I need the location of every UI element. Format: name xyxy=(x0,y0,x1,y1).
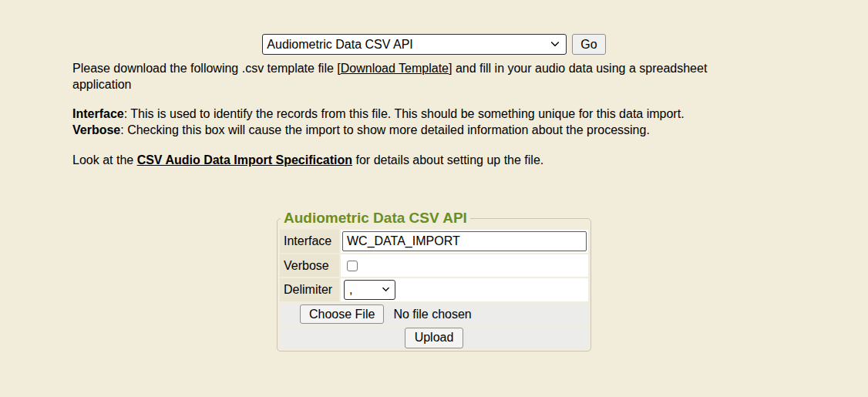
delimiter-label: Delimiter xyxy=(280,278,339,301)
interface-term: Interface xyxy=(72,107,124,120)
csv-spec-link[interactable]: CSV Audio Data Import Specification xyxy=(137,153,352,167)
go-button[interactable]: Go xyxy=(572,34,605,55)
api-select-value: Audiometric Data CSV API xyxy=(267,38,412,52)
verbose-description: : Checking this box will cause the impor… xyxy=(120,123,650,136)
delimiter-select[interactable]: , xyxy=(344,280,395,300)
main-content: Audiometric Data CSV API Go Please downl… xyxy=(72,0,796,352)
interface-row: Interface xyxy=(280,230,588,253)
verbose-checkbox[interactable] xyxy=(347,261,358,271)
interface-description: : This is used to identify the records f… xyxy=(124,107,685,120)
file-status-text: No file chosen xyxy=(393,308,471,321)
upload-row: Upload xyxy=(280,327,588,348)
api-select[interactable]: Audiometric Data CSV API xyxy=(262,34,567,55)
chevron-down-icon xyxy=(551,38,560,46)
spec-paragraph: Look at the CSV Audio Data Import Specif… xyxy=(72,152,796,168)
interface-field-cell xyxy=(341,230,588,253)
delimiter-field-cell: , xyxy=(341,278,588,301)
verbose-row: Verbose xyxy=(280,254,588,277)
upload-button[interactable]: Upload xyxy=(405,328,464,348)
intro-text-line2: application xyxy=(72,78,132,91)
intro-paragraph: Please download the following .csv templ… xyxy=(72,60,796,93)
csv-api-form: Audiometric Data CSV API Interface Verbo… xyxy=(277,210,591,352)
intro-text-before: Please download the following .csv templ… xyxy=(72,62,341,75)
delimiter-row: Delimiter , xyxy=(280,278,588,301)
choose-file-button[interactable]: Choose File xyxy=(300,304,384,324)
file-row: Choose File No file chosen xyxy=(280,303,588,325)
spec-text-before: Look at the xyxy=(72,153,137,167)
interface-label: Interface xyxy=(280,230,339,253)
chevron-down-icon xyxy=(382,284,390,291)
download-template-link[interactable]: Download Template xyxy=(341,62,449,75)
form-legend: Audiometric Data CSV API xyxy=(281,210,470,227)
verbose-label: Verbose xyxy=(280,254,339,277)
spec-text-after: for details about setting up the file. xyxy=(352,153,543,167)
form-table: Interface Verbose Delimiter , xyxy=(280,229,588,348)
intro-text-after: ] and fill in your audio data using a sp… xyxy=(449,62,707,75)
verbose-term: Verbose xyxy=(72,123,120,136)
delimiter-select-value: , xyxy=(349,283,352,297)
api-toolbar: Audiometric Data CSV API Go xyxy=(72,34,796,55)
verbose-field-cell xyxy=(341,254,588,277)
field-notes: Interface: This is used to identify the … xyxy=(72,106,796,138)
interface-input[interactable] xyxy=(342,231,587,251)
